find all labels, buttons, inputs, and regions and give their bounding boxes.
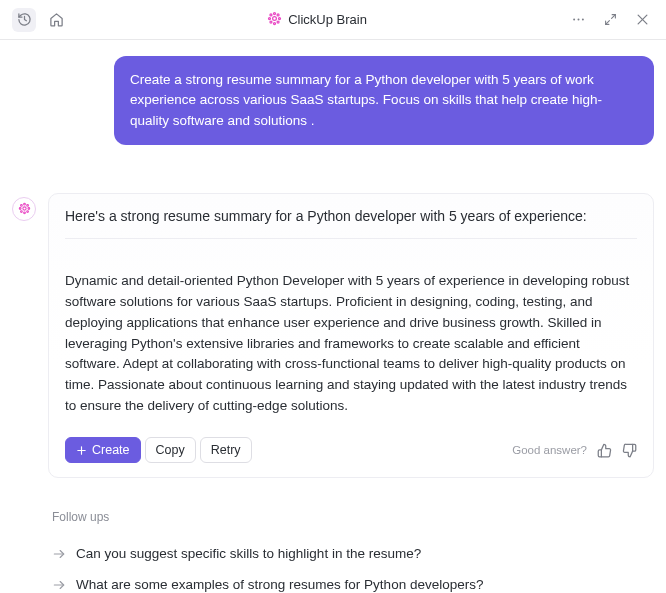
user-message-text: Create a strong resume summary for a Pyt… (130, 72, 602, 128)
svg-point-8 (277, 21, 279, 23)
user-message-bubble: Create a strong resume summary for a Pyt… (114, 56, 654, 145)
thumbs-down-button[interactable] (622, 443, 637, 458)
close-icon (635, 12, 650, 27)
svg-point-4 (279, 17, 281, 19)
svg-point-10 (577, 19, 579, 21)
svg-point-2 (274, 22, 276, 24)
home-icon (49, 12, 64, 27)
svg-point-16 (22, 207, 25, 210)
followup-text: Can you suggest specific skills to highl… (76, 546, 421, 561)
close-button[interactable] (630, 8, 654, 32)
svg-point-6 (277, 13, 279, 15)
svg-point-1 (274, 12, 276, 14)
svg-point-20 (27, 208, 29, 210)
svg-point-5 (270, 13, 272, 15)
svg-point-9 (573, 19, 575, 21)
svg-point-18 (23, 212, 25, 214)
history-button[interactable] (12, 8, 36, 32)
followups-title: Follow ups (52, 510, 650, 524)
retry-button[interactable]: Retry (200, 437, 252, 463)
chat-area: Create a strong resume summary for a Pyt… (0, 40, 666, 494)
svg-point-7 (270, 21, 272, 23)
more-icon (571, 12, 586, 27)
expand-icon (604, 13, 617, 26)
home-button[interactable] (44, 8, 68, 32)
svg-point-22 (26, 205, 28, 207)
action-row: Create Copy Retry Good answer? (65, 437, 637, 463)
history-icon (17, 12, 32, 27)
ai-brain-icon (18, 202, 31, 215)
svg-point-19 (19, 208, 21, 210)
svg-line-12 (611, 15, 615, 19)
thumbs-up-button[interactable] (597, 443, 612, 458)
app-title: ClickUp Brain (288, 12, 367, 27)
header-right (566, 8, 654, 32)
brain-icon (267, 11, 282, 29)
plus-icon (76, 445, 87, 456)
followup-item[interactable]: Can you suggest specific skills to highl… (52, 538, 650, 569)
thumbs-down-icon (622, 443, 637, 458)
svg-point-17 (23, 204, 25, 206)
thumbs-up-icon (597, 443, 612, 458)
svg-point-0 (273, 16, 277, 20)
followup-text: What are some examples of strong resumes… (76, 577, 483, 592)
ai-avatar (12, 197, 36, 221)
arrow-right-icon (52, 578, 66, 592)
create-label: Create (92, 443, 130, 457)
copy-button[interactable]: Copy (145, 437, 196, 463)
ai-body-text: Dynamic and detail-oriented Python Devel… (65, 271, 637, 417)
header-title-area: ClickUp Brain (267, 11, 367, 29)
ai-message-card: Here's a strong resume summary for a Pyt… (48, 193, 654, 478)
svg-point-21 (20, 205, 22, 207)
arrow-right-icon (52, 547, 66, 561)
expand-button[interactable] (598, 8, 622, 32)
more-button[interactable] (566, 8, 590, 32)
feedback-prompt: Good answer? (512, 444, 587, 456)
svg-point-23 (20, 211, 22, 213)
svg-line-13 (605, 21, 609, 25)
svg-point-3 (269, 17, 271, 19)
header-bar: ClickUp Brain (0, 0, 666, 40)
followup-item[interactable]: What are some examples of strong resumes… (52, 569, 650, 593)
create-button[interactable]: Create (65, 437, 141, 463)
svg-point-11 (581, 19, 583, 21)
retry-label: Retry (211, 443, 241, 457)
copy-label: Copy (156, 443, 185, 457)
followups-section: Follow ups Can you suggest specific skil… (0, 494, 666, 593)
ai-message-row: Here's a strong resume summary for a Pyt… (12, 193, 654, 478)
svg-point-24 (26, 211, 28, 213)
header-left (12, 8, 68, 32)
ai-intro-text: Here's a strong resume summary for a Pyt… (65, 208, 637, 239)
